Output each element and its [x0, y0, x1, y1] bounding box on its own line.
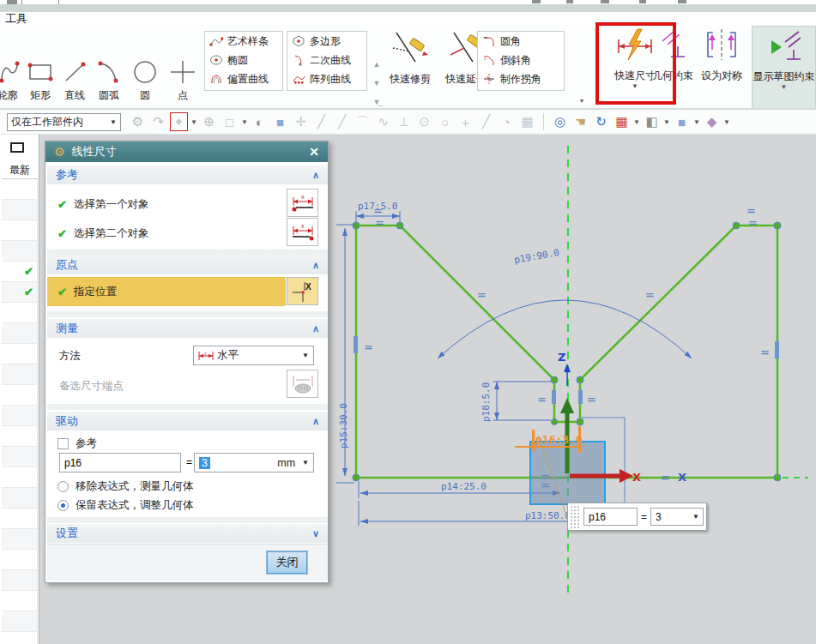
- face-tool-icon[interactable]: ◔: [498, 112, 516, 131]
- fillet-button[interactable]: 圆角: [478, 32, 564, 51]
- line-tool-icon[interactable]: ╱: [312, 112, 330, 131]
- scroll-up-icon[interactable]: ▲: [370, 60, 384, 79]
- geometric-constraint-button[interactable]: 几何约束: [650, 27, 695, 83]
- select-rectangle-icon[interactable]: □: [221, 112, 239, 131]
- line-button[interactable]: 直线: [58, 58, 91, 103]
- dim-object1-icon: x: [291, 193, 315, 214]
- first-object-dim-button[interactable]: x: [287, 189, 318, 217]
- circle-button[interactable]: 圆: [129, 58, 161, 103]
- snap-point-filter-icon[interactable]: ⌖: [170, 112, 188, 131]
- view-cube-icon-dropdown[interactable]: ▼: [693, 118, 700, 126]
- arc-tool-icon[interactable]: ⌒: [354, 112, 372, 131]
- view-cube-icon[interactable]: ■: [673, 112, 691, 131]
- close-button[interactable]: 关闭: [267, 551, 307, 574]
- maximize-icon[interactable]: [10, 142, 24, 153]
- fit-grid-icon-dropdown[interactable]: ▼: [633, 118, 640, 126]
- reference-checkbox-row[interactable]: 参考: [47, 435, 328, 452]
- radio-keep-expression[interactable]: 保留表达式，调整几何体: [47, 497, 328, 514]
- assembly-constraints-icon[interactable]: ⚙: [129, 112, 147, 131]
- select-first-object-row[interactable]: ✔ 选择第一个对象: [47, 190, 328, 219]
- section-reference[interactable]: 参考 ∧: [47, 166, 328, 184]
- grid-tool-icon[interactable]: ▦: [518, 112, 536, 131]
- radio-selected-icon[interactable]: [57, 500, 69, 511]
- perpendicular-icon[interactable]: ⊥: [395, 112, 413, 131]
- render-style-icon[interactable]: ◧: [643, 112, 661, 131]
- dimension-value-dropdown[interactable]: 3 ▼: [650, 508, 704, 526]
- display-sketch-constraints-button[interactable]: 显示草图约束 ▼: [752, 26, 816, 118]
- expression-value[interactable]: 3: [199, 457, 210, 469]
- expression-name-input[interactable]: [59, 453, 181, 472]
- alt-endpoint-button[interactable]: [287, 370, 318, 398]
- conic-button[interactable]: 二次曲线: [287, 51, 366, 69]
- sidebar-rows[interactable]: [2, 179, 38, 644]
- line-tool2-icon[interactable]: ╱: [333, 112, 351, 131]
- section-origin[interactable]: 原点 ∧: [47, 256, 328, 274]
- ellipse-icon: [209, 54, 223, 66]
- snap-point-filter-icon-dropdown[interactable]: ▼: [190, 118, 197, 126]
- pan-cross-icon[interactable]: ✛: [292, 112, 310, 131]
- selection-scope-dropdown[interactable]: 仅在工作部件内 ▼: [7, 113, 121, 131]
- rotate-view-icon[interactable]: ↻: [592, 112, 610, 131]
- select-rectangle-icon-dropdown[interactable]: ▼: [241, 118, 248, 126]
- make-corner-icon: [482, 73, 496, 85]
- quick-trim-button[interactable]: 快速修剪: [384, 29, 437, 87]
- collapse-icon[interactable]: ∧: [312, 260, 319, 271]
- chamfer-button[interactable]: 倒斜角: [478, 51, 564, 69]
- specify-location-button[interactable]: X: [287, 277, 318, 305]
- ellipse-button[interactable]: 椭圆: [205, 51, 282, 69]
- rapid-dimension-dropdown-icon[interactable]: ▼: [601, 83, 669, 89]
- section-settings[interactable]: 设置 ∨: [47, 524, 328, 543]
- point-tool-icon[interactable]: +: [456, 112, 474, 131]
- reference-checkbox[interactable]: [57, 438, 69, 449]
- clip-section-icon[interactable]: ◆: [703, 112, 721, 131]
- expression-value-unit-dropdown[interactable]: 3 mm ▼: [194, 453, 314, 472]
- quick-trim-icon: [390, 29, 431, 65]
- select-second-object-row[interactable]: ✔ 选择第二个对象: [47, 219, 328, 248]
- polygon-button[interactable]: 多边形: [287, 32, 366, 51]
- offset-curve-button[interactable]: 偏置曲线: [205, 69, 282, 88]
- section-driving[interactable]: 驱动 ∧: [47, 412, 328, 430]
- collapse-icon[interactable]: ∧: [312, 323, 319, 334]
- zoom-box-icon[interactable]: ◎: [551, 112, 569, 131]
- make-symmetric-button[interactable]: 设为对称: [697, 27, 746, 83]
- slash-tool-icon[interactable]: ╱: [477, 112, 495, 131]
- group-overflow-icon[interactable]: ▾: [580, 98, 583, 104]
- close-icon[interactable]: ✕: [309, 145, 319, 159]
- orient-view-icon[interactable]: ⊕: [200, 112, 218, 131]
- rectangle-button[interactable]: 矩形: [24, 58, 57, 103]
- dimension-edit-popup[interactable]: p16 = 3 ▼: [567, 503, 707, 531]
- gear-icon[interactable]: ⚙: [54, 145, 65, 159]
- radio-remove-expression[interactable]: 移除表达式，测量几何体: [47, 478, 328, 495]
- section-measure[interactable]: 测量 ∧: [47, 319, 328, 338]
- make-corner-button[interactable]: 制作拐角: [478, 69, 564, 88]
- pan-hand-icon[interactable]: ☚: [571, 112, 589, 131]
- radio-icon[interactable]: [57, 481, 69, 492]
- studio-spline-button[interactable]: 艺术样条: [205, 32, 282, 51]
- dimension-name-input[interactable]: p16: [583, 508, 638, 526]
- dialog-titlebar[interactable]: ⚙ 线性尺寸 ✕: [45, 141, 328, 162]
- method-dropdown[interactable]: x 水平 ▼: [193, 346, 314, 365]
- display-constraints-dropdown-icon[interactable]: ▼: [753, 84, 815, 90]
- second-object-dim-button[interactable]: x: [287, 218, 318, 246]
- collapse-icon[interactable]: ∧: [312, 416, 319, 427]
- ellipse-tool-icon[interactable]: ○: [436, 112, 454, 131]
- shaded-view-icon[interactable]: ◐: [251, 112, 269, 131]
- drag-handle-icon[interactable]: [570, 505, 581, 528]
- move-component-icon[interactable]: ↷: [149, 112, 167, 131]
- sidebar-header: 最新: [2, 160, 38, 179]
- point-button[interactable]: 点: [166, 58, 199, 103]
- work-cube-icon[interactable]: ■: [271, 112, 289, 131]
- tab-tools[interactable]: 工具: [5, 11, 27, 27]
- specify-location-row[interactable]: ✔ 指定位置: [47, 277, 286, 306]
- circle-center-icon[interactable]: ⊙: [415, 112, 433, 131]
- clip-section-icon-dropdown[interactable]: ▼: [723, 118, 730, 126]
- arc-button[interactable]: 圆弧: [93, 58, 125, 103]
- scroll-down-icon[interactable]: ▼: [370, 79, 384, 98]
- render-style-icon-dropdown[interactable]: ▼: [663, 118, 670, 126]
- pattern-curve-button[interactable]: 阵列曲线: [287, 69, 366, 88]
- expand-icon[interactable]: ∨: [312, 528, 319, 539]
- collapse-icon[interactable]: ∧: [312, 170, 319, 181]
- profile-button[interactable]: 轮廓: [0, 58, 24, 103]
- fit-grid-icon[interactable]: ▦: [613, 112, 631, 131]
- spline-tool-icon[interactable]: ∿: [374, 112, 392, 131]
